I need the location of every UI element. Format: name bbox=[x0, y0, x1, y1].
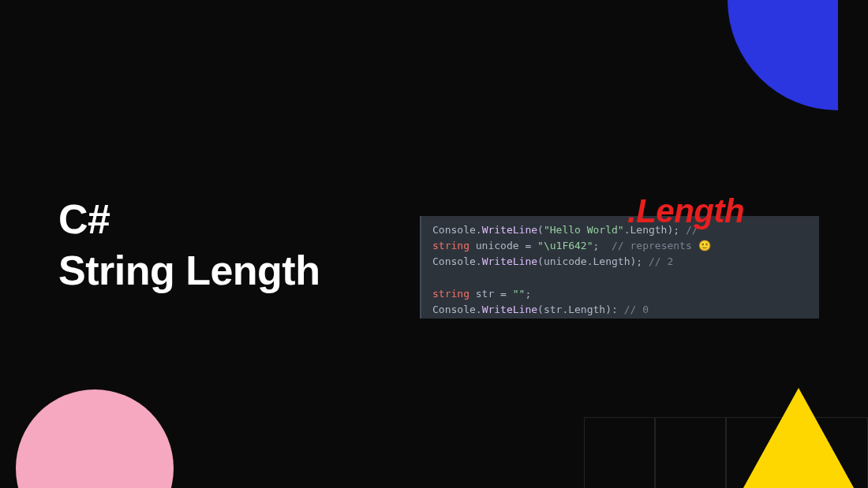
code-line-1: Console.WriteLine("Hello World".Length);… bbox=[432, 222, 808, 238]
length-accent-label: .Length bbox=[627, 192, 744, 230]
code-snippet: Console.WriteLine("Hello World".Length);… bbox=[420, 216, 819, 319]
title-line-1: C# bbox=[58, 194, 320, 245]
title-line-2: String Length bbox=[58, 245, 320, 296]
code-line-2: string unicode = "\u1F642"; // represent… bbox=[432, 238, 808, 254]
decorative-blue-quarter-circle bbox=[728, 0, 838, 110]
code-line-5: string str = ""; bbox=[432, 286, 808, 302]
decorative-pink-circle bbox=[16, 389, 174, 488]
grid-cell bbox=[655, 417, 726, 488]
emoji-icon: 🙂 bbox=[698, 240, 711, 251]
grid-cell bbox=[584, 417, 655, 488]
code-line-3: Console.WriteLine(unicode.Length); // 2 bbox=[432, 254, 808, 270]
slide-title: C# String Length bbox=[58, 194, 320, 296]
code-line-6: Console.WriteLine(str.Length): // 0 bbox=[432, 302, 808, 318]
code-line-4 bbox=[432, 270, 808, 285]
decorative-yellow-triangle bbox=[735, 388, 862, 488]
